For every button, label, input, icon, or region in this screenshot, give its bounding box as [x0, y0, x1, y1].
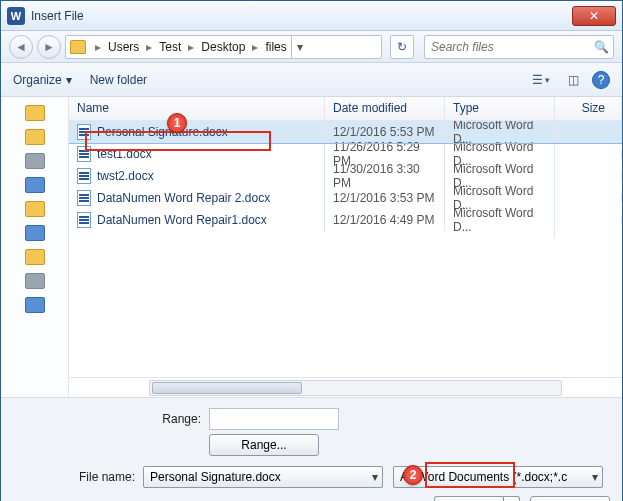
sidebar-item[interactable] — [25, 249, 45, 265]
file-name-cell: DataNumen Word Repair1.docx — [69, 208, 325, 232]
filename-label: File name: — [13, 470, 143, 484]
folder-icon — [70, 40, 86, 54]
back-icon: ◄ — [15, 40, 27, 54]
organize-label: Organize — [13, 73, 62, 87]
chevron-down-icon: ▾ — [66, 73, 72, 87]
word-doc-icon — [77, 124, 91, 140]
annotation-1: 1 — [167, 113, 187, 133]
close-icon: ✕ — [589, 9, 599, 23]
cancel-button[interactable]: Cancel — [530, 496, 610, 501]
chevron-down-icon: ▾ — [545, 75, 550, 85]
breadcrumb-dropdown[interactable]: ▾ — [291, 36, 309, 58]
sidebar-item[interactable] — [25, 105, 45, 121]
word-doc-icon — [77, 168, 91, 184]
toolbar: Organize ▾ New folder ☰ ▾ ◫ ? — [1, 63, 622, 97]
filter-label: All Word Documents (*.docx;*.c — [400, 470, 567, 484]
file-size-cell — [555, 216, 622, 224]
close-button[interactable]: ✕ — [572, 6, 616, 26]
filename-combo[interactable]: Personal Signature.docx ▾ — [143, 466, 383, 488]
refresh-button[interactable]: ↻ — [390, 35, 414, 59]
breadcrumb-sep: ▸ — [143, 40, 155, 54]
column-date[interactable]: Date modified — [325, 97, 445, 120]
column-headers: Name Date modified Type Size — [69, 97, 622, 121]
scroll-area — [69, 377, 622, 397]
file-type-cell: Microsoft Word D... — [445, 202, 555, 238]
navbar: ◄ ► ▸ Users ▸ Test ▸ Desktop ▸ files ▾ ↻… — [1, 31, 622, 63]
file-name-cell: twst2.docx — [69, 164, 325, 188]
word-doc-icon — [77, 190, 91, 206]
sidebar[interactable] — [1, 97, 69, 397]
search-box[interactable]: 🔍 — [424, 35, 614, 59]
scrollbar-thumb[interactable] — [152, 382, 302, 394]
table-row[interactable]: DataNumen Word Repair1.docx12/1/2016 4:4… — [69, 209, 622, 231]
range-button[interactable]: Range... — [209, 434, 319, 456]
word-app-icon: W — [7, 7, 25, 25]
file-name-cell: test1.docx — [69, 142, 325, 166]
view-mode-button[interactable]: ☰ ▾ — [528, 69, 554, 91]
window-title: Insert File — [31, 9, 84, 23]
breadcrumb-item[interactable]: Test — [157, 40, 183, 54]
file-date-cell: 12/1/2016 4:49 PM — [325, 209, 445, 231]
file-browser: Name Date modified Type Size Personal Si… — [1, 97, 622, 397]
forward-button[interactable]: ► — [37, 35, 61, 59]
column-type[interactable]: Type — [445, 97, 555, 120]
search-icon[interactable]: 🔍 — [594, 40, 609, 54]
word-doc-icon — [77, 212, 91, 228]
refresh-icon: ↻ — [397, 40, 407, 54]
file-size-cell — [555, 150, 622, 158]
back-button[interactable]: ◄ — [9, 35, 33, 59]
annotation-2: 2 — [403, 465, 423, 485]
column-size[interactable]: Size — [555, 97, 622, 120]
file-date-cell: 12/1/2016 3:53 PM — [325, 187, 445, 209]
sidebar-item[interactable] — [25, 177, 45, 193]
horizontal-scrollbar[interactable] — [149, 380, 562, 396]
breadcrumb-item[interactable]: Desktop — [199, 40, 247, 54]
preview-icon: ◫ — [568, 73, 579, 87]
file-name-cell: DataNumen Word Repair 2.docx — [69, 186, 325, 210]
file-list-pane: Name Date modified Type Size Personal Si… — [69, 97, 622, 397]
insert-file-dialog: 1 2 W Insert File ✕ ◄ ► ▸ Users ▸ Test ▸… — [0, 0, 623, 501]
breadcrumb-item[interactable]: Users — [106, 40, 141, 54]
insert-dropdown[interactable]: ▾ — [504, 496, 520, 501]
breadcrumb[interactable]: ▸ Users ▸ Test ▸ Desktop ▸ files ▾ — [65, 35, 382, 59]
sidebar-item[interactable] — [25, 273, 45, 289]
range-input[interactable] — [209, 408, 339, 430]
sidebar-item[interactable] — [25, 225, 45, 241]
preview-pane-button[interactable]: ◫ — [560, 69, 586, 91]
file-size-cell — [555, 128, 622, 136]
search-input[interactable] — [429, 39, 594, 55]
breadcrumb-sep: ▸ — [249, 40, 261, 54]
chevron-down-icon: ▾ — [366, 470, 378, 484]
sidebar-item[interactable] — [25, 297, 45, 313]
dialog-footer: Range: Range... File name: Personal Sign… — [1, 397, 622, 501]
help-button[interactable]: ? — [592, 71, 610, 89]
list-view-icon: ☰ — [532, 73, 543, 87]
sidebar-item[interactable] — [25, 153, 45, 169]
insert-split-button[interactable]: Insert ▾ — [434, 496, 520, 501]
breadcrumb-sep: ▸ — [92, 40, 104, 54]
file-name-cell: Personal Signature.docx — [69, 121, 325, 144]
word-doc-icon — [77, 146, 91, 162]
help-icon: ? — [598, 73, 605, 87]
new-folder-button[interactable]: New folder — [90, 73, 147, 87]
breadcrumb-item[interactable]: files — [263, 40, 288, 54]
breadcrumb-sep: ▸ — [185, 40, 197, 54]
insert-button[interactable]: Insert — [434, 496, 504, 501]
chevron-down-icon: ▾ — [586, 470, 598, 484]
column-name[interactable]: Name — [69, 97, 325, 120]
organize-menu[interactable]: Organize ▾ — [13, 73, 72, 87]
forward-icon: ► — [43, 40, 55, 54]
titlebar: W Insert File ✕ — [1, 1, 622, 31]
file-size-cell — [555, 194, 622, 202]
sidebar-item[interactable] — [25, 129, 45, 145]
sidebar-item[interactable] — [25, 201, 45, 217]
filetype-filter[interactable]: All Word Documents (*.docx;*.c ▾ — [393, 466, 603, 488]
range-label: Range: — [13, 412, 209, 426]
filename-value: Personal Signature.docx — [150, 470, 281, 484]
file-size-cell — [555, 172, 622, 180]
file-rows: Personal Signature.docx12/1/2016 5:53 PM… — [69, 121, 622, 377]
